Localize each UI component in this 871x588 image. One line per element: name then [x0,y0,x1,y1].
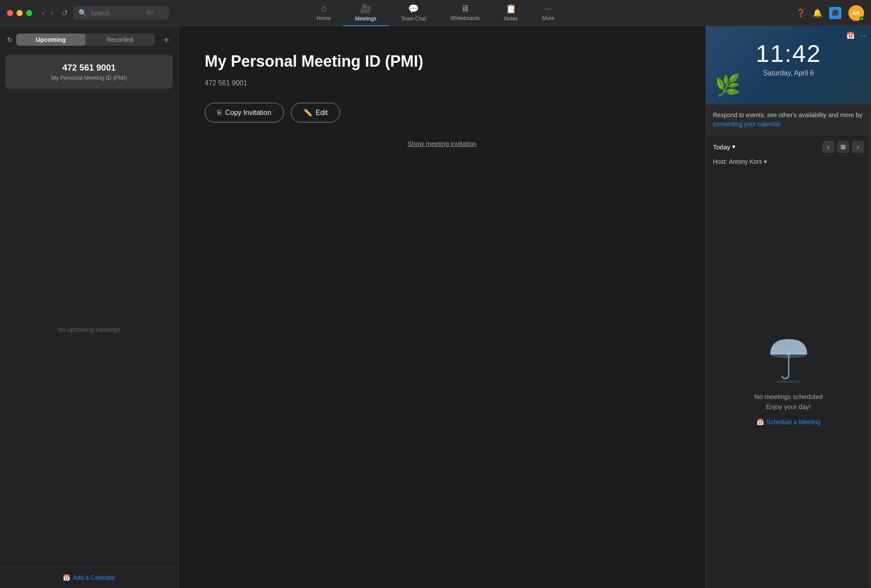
clock-card-icons: 📅 ··· [846,31,866,40]
forward-button[interactable]: › [48,7,56,19]
calendar-panel: 🌿 📅 ··· 11:42 Saturday, April 6 Respond … [706,26,871,588]
cal-nav: ‹ ⊞ › [822,141,864,153]
top-nav: ⌂ Home 🎥 Meetings 💬 Team Chat 🖥 Whiteboa… [305,0,567,26]
connect-calendar-banner: Respond to events, see other's availabil… [706,105,871,135]
calendar-plus-icon: 📅 [63,574,70,581]
cal-prev-button[interactable]: ‹ [822,141,834,153]
nav-more-label: More [542,15,554,21]
whiteboard-icon: 🖥 [461,3,469,14]
schedule-meeting-link[interactable]: 📅 Schedule a Meeting [756,419,820,426]
nav-notes-label: Notes [504,16,518,22]
traffic-lights [7,10,32,16]
host-label: Host: [713,158,727,165]
search-icon: 🔍 [78,9,87,17]
nav-team-chat-label: Team Chat [401,16,426,22]
settings-button[interactable]: ⬛ [829,7,841,19]
sidebar-footer: 📅 Add a Calendar [0,567,178,588]
avatar[interactable]: AK [848,5,864,21]
main-layout: ↻ Upcoming Recorded ＋ 472 561 9001 My Pe… [0,26,871,588]
back-button[interactable]: ‹ [39,7,47,19]
avatar-initials: AK [852,10,861,16]
no-meetings-card: No meetings scheduled Enjoy your day! 📅 … [706,170,871,588]
tab-recorded[interactable]: Recorded [85,34,155,46]
nav-arrows: ‹ › [39,7,56,19]
chat-icon: 💬 [408,3,419,14]
nav-whiteboards-label: Whiteboards [450,15,479,21]
time-display: 11:42 Saturday, April 6 [715,39,862,77]
today-label: Today [713,143,730,151]
edit-icon: ✏️ [304,108,312,117]
minimize-button[interactable] [17,10,23,16]
home-icon: ⌂ [321,3,327,14]
meeting-id-number: 472 561 9001 [14,63,164,73]
clock-card: 🌿 📅 ··· 11:42 Saturday, April 6 [706,26,871,105]
calendar-controls: Today ▾ ‹ ⊞ › [706,135,871,158]
nav-home-label: Home [317,15,331,21]
today-button[interactable]: Today ▾ [713,143,736,151]
meeting-id-display: 472 561 9001 [205,79,679,87]
search-input[interactable] [91,10,143,17]
history-button[interactable]: ↺ [61,8,68,18]
tab-upcoming[interactable]: Upcoming [16,34,85,46]
umbrella-graphic [763,333,815,385]
sidebar: ↻ Upcoming Recorded ＋ 472 561 9001 My Pe… [0,26,179,588]
refresh-button[interactable]: ↻ [7,36,13,44]
edit-button[interactable]: ✏️ Edit [291,103,341,122]
nav-whiteboards[interactable]: 🖥 Whiteboards [438,0,492,26]
today-chevron-icon: ▾ [732,143,736,151]
meeting-id-label: My Personal Meeting ID (PMI) [14,74,164,81]
close-button[interactable] [7,10,13,16]
notes-icon: 📋 [506,3,517,14]
no-meetings-line2: Enjoy your day! [754,402,823,412]
clock-time: 11:42 [715,39,862,68]
copy-invitation-button[interactable]: ⎘ Copy Invitation [205,103,284,122]
add-calendar-button[interactable]: 📅 Add a Calendar [63,574,115,581]
search-bar[interactable]: 🔍 ⌘F [73,6,169,20]
edit-label: Edit [316,109,328,117]
nav-meetings[interactable]: 🎥 Meetings [343,0,389,26]
nav-team-chat[interactable]: 💬 Team Chat [388,0,438,26]
schedule-calendar-icon: 📅 [756,419,764,426]
add-calendar-label: Add a Calendar [73,574,115,581]
copy-invitation-label: Copy Invitation [225,109,271,117]
copy-icon: ⎘ [217,109,222,117]
host-name: Antony Kors [729,158,762,165]
camera-icon: 🎥 [360,3,371,14]
cal-grid-button[interactable]: ⊞ [837,141,849,153]
no-upcoming-meetings-text: No upcoming meetings [0,92,178,567]
cal-next-button[interactable]: › [852,141,864,153]
nav-notes[interactable]: 📋 Notes [492,0,530,26]
more-icon: ··· [544,3,552,14]
umbrella-svg [765,335,813,383]
host-chevron-icon: ▾ [764,158,767,165]
help-button[interactable]: ❓ [796,8,806,18]
no-meetings-text: No meetings scheduled Enjoy your day! [754,392,823,412]
notifications-button[interactable]: 🔔 [813,8,822,18]
clock-card-calendar-icon[interactable]: 📅 [846,31,855,40]
main-content: My Personal Meeting ID (PMI) 472 561 900… [179,26,706,588]
nav-more[interactable]: ··· More [530,0,566,26]
nav-home[interactable]: ⌂ Home [305,0,343,26]
page-title: My Personal Meeting ID (PMI) [205,52,679,71]
host-filter-button[interactable]: Host: Antony Kors ▾ [713,158,767,165]
list-item[interactable]: 472 561 9001 My Personal Meeting ID (PMI… [5,55,173,89]
svg-point-2 [776,380,802,383]
search-shortcut: ⌘F [146,10,155,16]
host-filter: Host: Antony Kors ▾ [706,158,871,170]
maximize-button[interactable] [26,10,32,16]
schedule-meeting-label: Schedule a Meeting [766,419,820,426]
connect-text: Respond to events, see other's availabil… [713,112,862,118]
connect-calendar-link[interactable]: connecting your calendar [713,121,781,128]
nav-meetings-label: Meetings [355,16,377,22]
show-invitation-link[interactable]: Show meeting invitation [205,140,679,147]
clock-card-more-icon[interactable]: ··· [860,31,866,40]
add-meeting-button[interactable]: ＋ [162,33,171,46]
titlebar: ‹ › ↺ 🔍 ⌘F ⌂ Home 🎥 Meetings 💬 Team Chat… [0,0,871,26]
titlebar-right: ❓ 🔔 ⬛ AK [796,5,864,21]
action-buttons: ⎘ Copy Invitation ✏️ Edit [205,103,679,122]
sidebar-header: ↻ Upcoming Recorded ＋ [0,26,178,51]
plant-decoration: 🌿 [715,73,741,98]
no-meetings-line1: No meetings scheduled [754,392,823,402]
tab-group: Upcoming Recorded [16,34,155,46]
avatar-online-dot [860,17,864,21]
